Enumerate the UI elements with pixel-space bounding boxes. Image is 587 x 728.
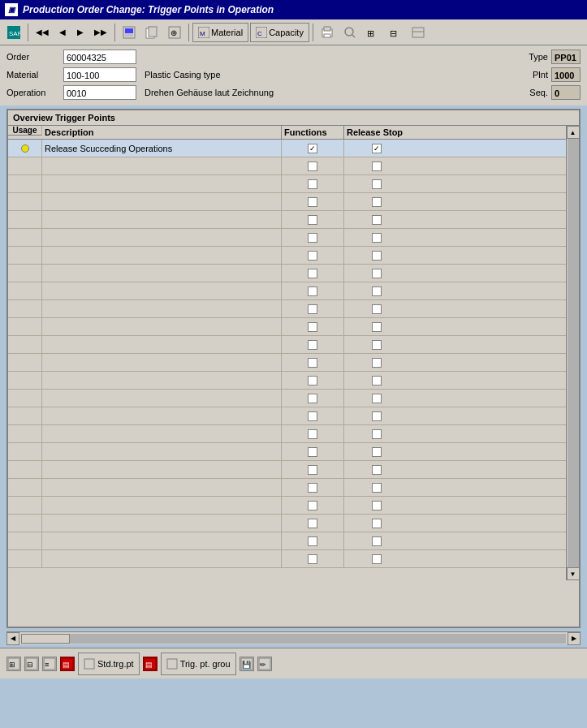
- bt-icon5[interactable]: ▤: [143, 657, 158, 671]
- release-stop-checkbox[interactable]: [372, 501, 382, 510]
- row-release-stop[interactable]: [344, 390, 409, 407]
- functions-checkbox[interactable]: [308, 215, 317, 225]
- bt-icon7[interactable]: ✏: [257, 657, 272, 671]
- row-functions[interactable]: [282, 193, 344, 210]
- release-stop-checkbox[interactable]: [372, 215, 382, 225]
- nav-next[interactable]: ▶: [72, 22, 88, 43]
- row-functions[interactable]: [282, 479, 344, 496]
- functions-checkbox[interactable]: [308, 233, 317, 243]
- copy-btn[interactable]: [141, 22, 162, 43]
- row-functions[interactable]: [282, 140, 344, 157]
- nav-prev[interactable]: ◀: [54, 22, 71, 43]
- vertical-scrollbar[interactable]: ▲ ▼: [566, 126, 579, 580]
- scroll-right[interactable]: ▶: [568, 632, 581, 645]
- functions-checkbox[interactable]: [308, 304, 317, 314]
- functions-checkbox[interactable]: [308, 269, 317, 278]
- icon6[interactable]: ⊞: [362, 22, 383, 43]
- row-release-stop[interactable]: [344, 157, 409, 174]
- functions-checkbox[interactable]: [308, 447, 317, 457]
- row-functions[interactable]: [282, 354, 344, 371]
- release-stop-checkbox[interactable]: [372, 376, 382, 386]
- table-row[interactable]: [8, 211, 579, 229]
- bt-icon3[interactable]: ≡: [42, 657, 57, 671]
- release-stop-checkbox[interactable]: [372, 411, 382, 421]
- release-stop-checkbox[interactable]: [372, 554, 382, 564]
- table-row[interactable]: [8, 282, 579, 300]
- bt-icon6[interactable]: 💾: [240, 657, 254, 671]
- row-functions[interactable]: [282, 515, 344, 532]
- row-release-stop[interactable]: [344, 265, 409, 282]
- row-release-stop[interactable]: [344, 532, 409, 549]
- row-release-stop[interactable]: [344, 247, 409, 264]
- row-release-stop[interactable]: [344, 354, 409, 371]
- row-release-stop[interactable]: [344, 175, 409, 192]
- release-stop-checkbox[interactable]: [372, 519, 382, 528]
- scroll-down[interactable]: ▼: [567, 567, 580, 580]
- nav-last[interactable]: ▶▶: [90, 22, 111, 43]
- row-functions[interactable]: [282, 390, 344, 407]
- std-trg-pt-button[interactable]: Std.trg.pt: [78, 653, 140, 675]
- print-btn[interactable]: [317, 22, 338, 43]
- row-release-stop[interactable]: [344, 193, 409, 210]
- row-release-stop[interactable]: [344, 336, 409, 353]
- functions-checkbox[interactable]: [308, 144, 317, 153]
- row-functions[interactable]: [282, 282, 344, 299]
- icon3[interactable]: ⊕: [164, 22, 185, 43]
- table-row[interactable]: [8, 479, 579, 497]
- functions-checkbox[interactable]: [308, 394, 317, 403]
- scroll-left[interactable]: ◀: [6, 632, 19, 645]
- table-row[interactable]: [8, 300, 579, 318]
- functions-checkbox[interactable]: [308, 483, 317, 493]
- release-stop-checkbox[interactable]: [372, 536, 382, 546]
- icon8[interactable]: [408, 22, 429, 43]
- table-row[interactable]: [8, 157, 579, 175]
- release-stop-checkbox[interactable]: [372, 447, 382, 457]
- row-release-stop[interactable]: [344, 550, 409, 567]
- table-row[interactable]: [8, 247, 579, 265]
- save-btn[interactable]: [119, 22, 140, 43]
- row-functions[interactable]: [282, 550, 344, 567]
- row-release-stop[interactable]: [344, 425, 409, 442]
- row-functions[interactable]: [282, 336, 344, 353]
- bt-icon4[interactable]: ▤: [60, 657, 75, 671]
- release-stop-checkbox[interactable]: [372, 144, 382, 153]
- row-functions[interactable]: [282, 425, 344, 442]
- row-functions[interactable]: [282, 300, 344, 317]
- release-stop-checkbox[interactable]: [372, 179, 382, 189]
- row-release-stop[interactable]: [344, 372, 409, 389]
- release-stop-checkbox[interactable]: [372, 358, 382, 368]
- release-stop-checkbox[interactable]: [372, 233, 382, 243]
- release-stop-checkbox[interactable]: [372, 269, 382, 278]
- functions-checkbox[interactable]: [308, 536, 317, 546]
- table-row[interactable]: [8, 354, 579, 372]
- table-row[interactable]: [8, 461, 579, 479]
- functions-checkbox[interactable]: [308, 554, 317, 564]
- row-functions[interactable]: [282, 372, 344, 389]
- h-scroll-thumb[interactable]: [21, 634, 70, 644]
- table-row[interactable]: [8, 175, 579, 193]
- functions-checkbox[interactable]: [308, 358, 317, 368]
- table-row[interactable]: [8, 318, 579, 336]
- release-stop-checkbox[interactable]: [372, 322, 382, 332]
- row-release-stop[interactable]: [344, 443, 409, 460]
- table-row[interactable]: [8, 425, 579, 443]
- functions-checkbox[interactable]: [308, 501, 317, 510]
- capacity-button[interactable]: C Capacity: [250, 23, 309, 42]
- release-stop-checkbox[interactable]: [372, 197, 382, 207]
- row-functions[interactable]: [282, 443, 344, 460]
- row-functions[interactable]: [282, 229, 344, 246]
- row-functions[interactable]: [282, 157, 344, 174]
- row-functions[interactable]: [282, 175, 344, 192]
- table-row[interactable]: [8, 550, 579, 568]
- table-row[interactable]: Release Scucceding Operations: [8, 140, 579, 157]
- scroll-track[interactable]: [568, 139, 579, 567]
- row-functions[interactable]: [282, 211, 344, 228]
- functions-checkbox[interactable]: [308, 162, 317, 171]
- material-button[interactable]: M Material: [192, 23, 248, 42]
- row-functions[interactable]: [282, 318, 344, 335]
- functions-checkbox[interactable]: [308, 411, 317, 421]
- table-row[interactable]: [8, 265, 579, 282]
- table-row[interactable]: [8, 497, 579, 515]
- functions-checkbox[interactable]: [308, 376, 317, 386]
- row-release-stop[interactable]: [344, 229, 409, 246]
